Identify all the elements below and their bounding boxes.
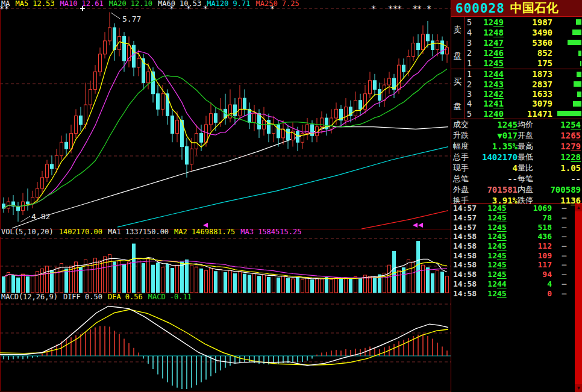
buy-row-4[interactable]: 412413079 — [465, 99, 582, 108]
ma-value-4: MA60 10.53 — [158, 0, 201, 8]
price-value: 1245 — [480, 260, 515, 269]
tape-row-5[interactable]: 14:581245109— — [453, 251, 577, 260]
sell-row-2[interactable]: 21246852 — [465, 48, 582, 58]
trade-volume: 109 — [515, 251, 552, 260]
trade-volume: 1069 — [515, 204, 552, 213]
order-volume: 175 — [513, 58, 555, 68]
buy-row-2[interactable]: 212432837 — [465, 79, 582, 89]
stat-value: 700589 — [537, 185, 581, 194]
tape-row-0[interactable]: 14:5712451069— — [453, 204, 577, 213]
sell-row-1[interactable]: 11245175 — [465, 58, 582, 69]
trade-volume: 112 — [515, 241, 552, 250]
stat-label: 总笔 — [453, 173, 471, 184]
scroll-down-button[interactable]: ▼ — [575, 384, 582, 392]
order-volume: 2837 — [513, 79, 555, 89]
stat-label: 最低 — [518, 152, 537, 163]
svg-text:*: * — [427, 4, 431, 13]
vol-value-4: MA3 1584515.25 — [240, 228, 301, 236]
stat-label: 开盘 — [518, 130, 537, 141]
candlestick-chart[interactable]: *************5.774.82 — [0, 0, 451, 229]
ma-value-6: MA250 7.25 — [255, 0, 299, 8]
quote-panel: 600028 中国石化 卖 盘 512491987412483490312475… — [451, 0, 582, 392]
trade-volume: 117 — [515, 260, 552, 269]
volume-chart[interactable] — [0, 237, 451, 293]
tape-row-3[interactable]: 14:581245436— — [453, 232, 577, 241]
price-value: 1245 — [480, 251, 515, 260]
tape-dash: — — [552, 289, 577, 298]
sell-label-char: 盘 — [454, 51, 462, 61]
buy-row-1[interactable]: 112441873 — [465, 69, 582, 79]
price-value: 1244 — [474, 69, 513, 79]
stat-value: -- — [471, 174, 518, 184]
price-value: 1240 — [474, 109, 513, 119]
buy-label-char: 盘 — [454, 101, 462, 112]
price-value: 1228 — [537, 152, 581, 162]
macd-value-0: MACD(12,26,9) — [1, 293, 58, 301]
depth-bar — [555, 19, 582, 25]
price-value: 1245 — [471, 120, 518, 129]
depth-bar — [555, 72, 582, 77]
depth-bar — [555, 51, 582, 56]
sell-rows: 5124919874124834903124753602124685211245… — [465, 17, 582, 69]
stat-label: 现手 — [453, 163, 471, 173]
level-label: 5 — [465, 17, 474, 27]
trade-time: 14:58 — [453, 251, 480, 260]
tape-dash: — — [552, 232, 577, 241]
price-value: 1245 — [474, 58, 513, 68]
ma-value-0: MA — [1, 0, 10, 8]
vol-value-1: 1402170.00 — [59, 228, 102, 236]
price-value: 1247 — [474, 38, 513, 48]
volume-indicator-bar: VOL(5,10,20)1402170.00MA1 1337150.00MA2 … — [1, 228, 307, 236]
trade-volume: 78 — [515, 213, 552, 222]
trade-time: 14:58 — [453, 270, 480, 279]
time-sales-list[interactable]: 14:5712451069—14:57124578—14:571245518—1… — [451, 204, 577, 298]
level-label: 3 — [465, 89, 474, 99]
trade-volume: 436 — [515, 232, 552, 241]
tape-dash: — — [552, 204, 577, 213]
price-value: 1279 — [537, 142, 581, 151]
stat-label: 量比 — [518, 163, 537, 173]
depth-bar — [555, 111, 582, 116]
vol-value-2: MA1 1337150.00 — [108, 228, 169, 236]
scroll-up-button[interactable]: ▲ — [575, 204, 582, 211]
tape-row-1[interactable]: 14:57124578— — [453, 213, 577, 222]
stat-value: 1.05 — [537, 163, 581, 173]
level-label: 4 — [465, 99, 474, 108]
macd-value-3: MACD -0.11 — [148, 293, 192, 301]
stock-trading-terminal: MAMA5 12.53MA10 12.61MA20 12.10MA60 10.5… — [0, 0, 582, 392]
tape-dash: — — [552, 213, 577, 222]
level-label: 3 — [465, 38, 474, 48]
price-value: 1245 — [480, 213, 515, 222]
price-value: 1249 — [474, 17, 513, 27]
tape-scrollbar[interactable]: ▲ ▼ — [575, 204, 582, 392]
buy-row-5[interactable]: 5124011471 — [465, 109, 582, 119]
tape-row-4[interactable]: 14:581245112— — [453, 241, 577, 250]
tape-row-8[interactable]: 14:5812444— — [453, 279, 577, 288]
price-value: 1244 — [480, 279, 515, 288]
level-label: 1 — [465, 69, 474, 79]
stat-row-6: 外盘701581内盘700589 — [453, 184, 581, 195]
buy-row-3[interactable]: 312421633 — [465, 89, 582, 99]
order-volume: 1873 — [513, 69, 555, 79]
tape-row-7[interactable]: 14:58124594— — [453, 270, 577, 279]
stat-row-1: 升跌▼017开盘1265 — [453, 130, 581, 141]
vol-value-0: VOL(5,10,20) — [1, 228, 54, 236]
macd-chart[interactable] — [0, 300, 451, 392]
trade-volume: 0 — [515, 289, 552, 298]
stock-name: 中国石化 — [510, 0, 559, 16]
stat-label: 升跌 — [453, 130, 471, 141]
sell-row-4[interactable]: 412483490 — [465, 27, 582, 37]
stock-code: 600028 — [455, 1, 505, 16]
ma-indicator-bar: MAMA5 12.53MA10 12.61MA20 12.10MA60 10.5… — [1, 0, 305, 8]
sell-side-label: 卖 盘 — [451, 17, 465, 69]
tape-row-9[interactable]: 14:5812450— — [453, 289, 577, 298]
trade-volume: 4 — [515, 279, 552, 288]
price-value: 1245 — [480, 204, 515, 213]
ma-value-2: MA10 12.61 — [60, 0, 103, 8]
sell-row-5[interactable]: 512491987 — [465, 17, 582, 27]
svg-text:*: * — [397, 4, 402, 13]
tape-row-6[interactable]: 14:581245117— — [453, 260, 577, 269]
sell-row-3[interactable]: 312475360 — [465, 37, 582, 48]
stat-label: 内盘 — [518, 184, 537, 195]
tape-row-2[interactable]: 14:571245518— — [453, 223, 577, 232]
